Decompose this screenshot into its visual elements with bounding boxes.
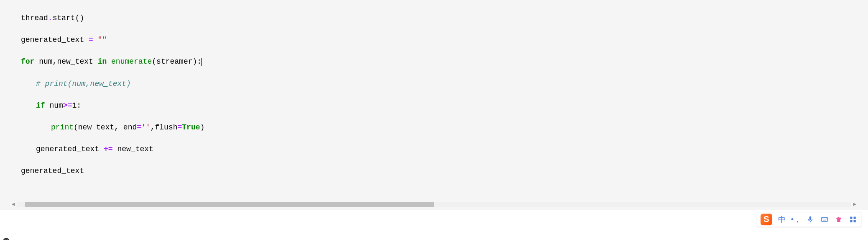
- code-token: num,new_text: [34, 57, 97, 66]
- skin-icon[interactable]: [834, 215, 843, 224]
- ime-punctuation-icon[interactable]: •，: [791, 215, 801, 224]
- code-keyword: if: [36, 101, 45, 110]
- svg-rect-1: [822, 217, 828, 221]
- code-cell[interactable]: thread.start() generated_text = "" for n…: [0, 0, 868, 210]
- output-cell: S 中 •， 2023-10-24 16:07:05,937 - mindfor…: [0, 210, 868, 240]
- scrollbar-thumb[interactable]: [25, 202, 434, 207]
- code-token: generated_text: [21, 36, 89, 44]
- code-keyword: for: [21, 57, 34, 66]
- svg-rect-8: [854, 217, 856, 219]
- code-token: :: [77, 101, 81, 110]
- code-builtin: print: [51, 123, 74, 132]
- svg-rect-9: [850, 220, 852, 222]
- microphone-icon[interactable]: [806, 215, 815, 224]
- scroll-left-icon[interactable]: ◀: [12, 201, 15, 208]
- code-token: generated_text: [21, 167, 84, 175]
- ime-toolbar[interactable]: S 中 •，: [757, 212, 861, 227]
- code-token: generated_text: [36, 145, 104, 153]
- code-token: =: [177, 123, 182, 132]
- sogou-logo-icon[interactable]: S: [761, 214, 772, 225]
- toolbox-icon[interactable]: [848, 215, 858, 224]
- code-token: start: [53, 14, 75, 22]
- horizontal-scrollbar[interactable]: ◀ ▶: [17, 202, 851, 207]
- scroll-right-icon[interactable]: ▶: [853, 201, 856, 208]
- ime-lang-button[interactable]: 中: [777, 215, 786, 224]
- keyboard-icon[interactable]: [820, 215, 829, 224]
- code-token: +=: [104, 145, 113, 153]
- svg-point-0: [3, 238, 10, 240]
- code-token: 1: [72, 101, 77, 110]
- code-token: num: [45, 101, 63, 110]
- text-cursor: [201, 58, 202, 66]
- svg-rect-7: [850, 217, 852, 219]
- code-token: (streamer):: [152, 57, 202, 66]
- svg-rect-10: [854, 220, 856, 222]
- code-token: .: [48, 14, 53, 22]
- code-token: (new_text, end: [74, 123, 137, 132]
- code-token: (): [75, 14, 84, 22]
- code-keyword: True: [182, 123, 200, 132]
- error-icon: [3, 215, 10, 223]
- svg-rect-6: [823, 219, 826, 220]
- code-token: >=: [63, 101, 72, 110]
- svg-point-2: [822, 218, 823, 219]
- code-token: ): [200, 123, 205, 132]
- code-builtin: enumerate: [107, 57, 152, 66]
- code-token: =: [89, 36, 93, 44]
- code-content[interactable]: thread.start() generated_text = "" for n…: [0, 0, 868, 200]
- code-token: "": [93, 36, 107, 44]
- code-token: thread: [21, 14, 48, 22]
- code-token: =: [137, 123, 141, 132]
- svg-point-3: [824, 218, 825, 219]
- svg-point-4: [825, 218, 826, 219]
- code-string: '': [141, 123, 151, 132]
- code-token: ,flush: [151, 123, 178, 132]
- code-keyword: in: [98, 57, 107, 66]
- svg-point-5: [826, 218, 827, 219]
- code-comment: # print(num,new_text): [36, 80, 131, 88]
- code-token: new_text: [113, 145, 153, 153]
